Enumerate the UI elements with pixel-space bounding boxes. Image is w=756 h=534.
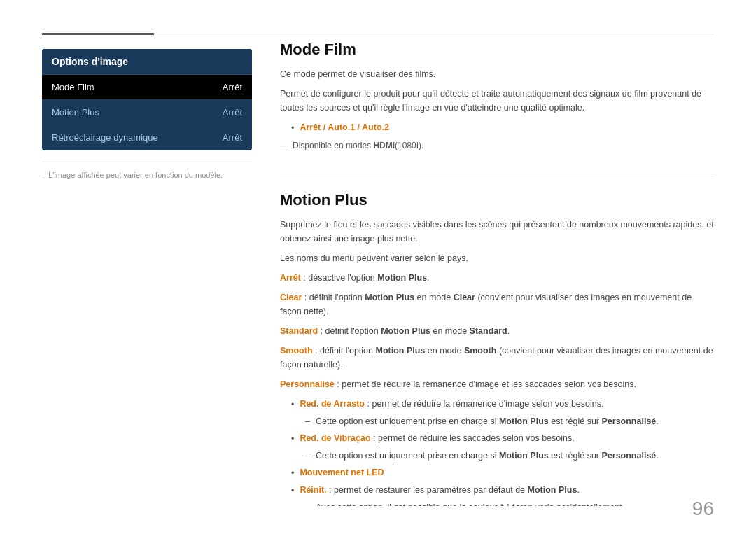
dash-red-vibracao-text: Cette option est uniquement prise en cha… <box>316 449 659 463</box>
top-accent <box>42 33 154 35</box>
bullet-dot: • <box>291 466 294 480</box>
dash-reinit-1: – Avec cette option, il est possible que… <box>305 500 714 506</box>
mode-film-desc1: Ce mode permet de visualiser des films. <box>280 67 714 81</box>
motion-plus-desc1: Supprimez le flou et les saccades visibl… <box>280 218 714 246</box>
bullet-mouvement-net: • Mouvement net LED <box>291 465 714 480</box>
dash-reinit-1-text: Avec cette option, il est possible que l… <box>316 500 624 506</box>
menu-item-motion-plus-label: Motion Plus <box>52 107 99 118</box>
motion-plus-clear: Clear : définit l'option Motion Plus en … <box>280 290 714 318</box>
mode-film-note: — Disponible en modes HDMI(1080I). <box>280 139 714 153</box>
menu-item-motion-plus[interactable]: Motion Plus Arrêt <box>42 100 252 125</box>
left-panel: Options d'image Mode Film Arrêt Motion P… <box>42 49 252 181</box>
mode-film-bullets: • Arrêt / Auto.1 / Auto.2 <box>291 120 714 135</box>
motion-plus-desc2: Les noms du menu peuvent varier selon le… <box>280 251 714 265</box>
right-panel: Mode Film Ce mode permet de visualiser d… <box>280 41 714 506</box>
motion-plus-sub-bullets: • Red. de Arrasto : permet de réduire la… <box>291 397 714 506</box>
section-title-mode-film: Mode Film <box>280 41 714 59</box>
right-top-divider <box>280 34 714 34</box>
page-number: 96 <box>692 498 714 520</box>
left-divider <box>42 162 252 162</box>
motion-plus-standard: Standard : définit l'option Motion Plus … <box>280 324 714 338</box>
menu-item-mode-film-value: Arrêt <box>223 82 242 92</box>
menu-item-retroeclairage-value: Arrêt <box>223 132 242 143</box>
section-title-motion-plus: Motion Plus <box>280 191 714 209</box>
dash-red-arrasto: – Cette option est uniquement prise en c… <box>305 414 714 428</box>
menu-item-mode-film-label: Mode Film <box>52 82 94 92</box>
motion-plus-smooth: Smooth : définit l'option Motion Plus en… <box>280 344 714 372</box>
menu-item-mode-film[interactable]: Mode Film Arrêt <box>42 75 252 100</box>
mode-film-note-text: Disponible en modes HDMI(1080I). <box>293 139 424 153</box>
menu-item-retroeclairage-label: Rétroéclairage dynamique <box>52 132 158 143</box>
bullet-red-arrasto: • Red. de Arrasto : permet de réduire la… <box>291 397 714 412</box>
bullet-red-vibracao: • Red. de Vibração : permet de réduire l… <box>291 431 714 446</box>
dash-red-arrasto-text: Cette option est uniquement prise en cha… <box>316 414 659 428</box>
bullet-dot: • <box>291 432 294 446</box>
bullet-reinit-text: Réinit. : permet de restaurer les paramè… <box>300 483 579 497</box>
dash-mark: – <box>305 414 310 428</box>
mode-film-option: Arrêt / Auto.1 / Auto.2 <box>300 120 389 134</box>
motion-plus-personnalise: Personnalisé : permet de réduire la réma… <box>280 377 714 391</box>
bullet-red-arrasto-text: Red. de Arrasto : permet de réduire la r… <box>300 397 603 411</box>
mode-film-desc2: Permet de configurer le produit pour qu'… <box>280 87 714 115</box>
menu-item-retroeclairage[interactable]: Rétroéclairage dynamique Arrêt <box>42 125 252 150</box>
dash-mark: — <box>280 139 288 153</box>
left-note: – L'image affichée peut varier en foncti… <box>42 169 252 181</box>
divider-1 <box>280 174 714 174</box>
section-motion-plus: Motion Plus Supprimez le flou et les sac… <box>280 191 714 506</box>
bullet-red-vibracao-text: Red. de Vibração : permet de réduire les… <box>300 431 574 445</box>
bullet-dot: • <box>291 484 294 498</box>
dash-mark: – <box>305 449 310 463</box>
menu-box: Options d'image Mode Film Arrêt Motion P… <box>42 49 252 150</box>
dash-red-vibracao: – Cette option est uniquement prise en c… <box>305 449 714 463</box>
bullet-reinit: • Réinit. : permet de restaurer les para… <box>291 483 714 498</box>
dash-mark: – <box>305 500 310 506</box>
bullet-dot: • <box>291 398 294 412</box>
section-mode-film: Mode Film Ce mode permet de visualiser d… <box>280 41 714 153</box>
bullet-dot: • <box>291 121 294 135</box>
bullet-item-arret-auto: • Arrêt / Auto.1 / Auto.2 <box>291 120 714 135</box>
bullet-mouvement-net-text: Mouvement net LED <box>300 465 384 479</box>
menu-title: Options d'image <box>42 49 252 75</box>
menu-item-motion-plus-value: Arrêt <box>223 107 242 118</box>
motion-plus-arret: Arrêt : désactive l'option Motion Plus. <box>280 271 714 285</box>
